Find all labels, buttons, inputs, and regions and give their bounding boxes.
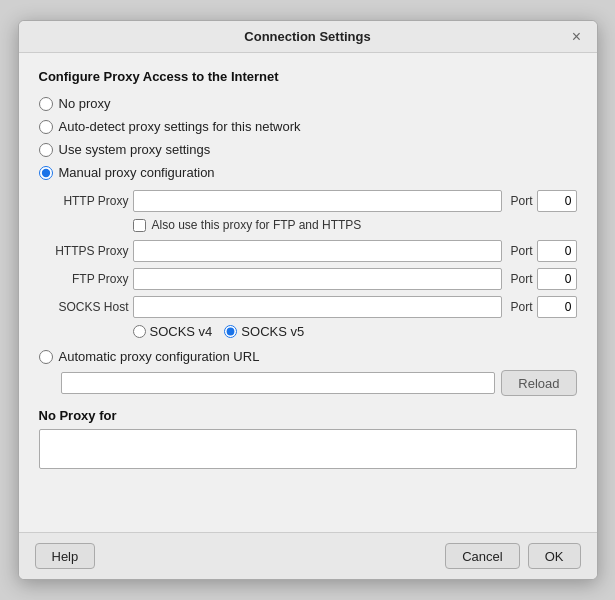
connection-settings-dialog: Connection Settings × Configure Proxy Ac…	[18, 20, 598, 580]
dialog-content: Configure Proxy Access to the Internet N…	[19, 53, 597, 532]
manual-proxy-radio[interactable]	[39, 166, 53, 180]
auto-proxy-label: Automatic proxy configuration URL	[59, 349, 260, 364]
http-proxy-row: HTTP Proxy Port	[49, 190, 577, 212]
http-proxy-input[interactable]	[133, 190, 503, 212]
socks-v5-radio[interactable]	[224, 325, 237, 338]
dialog-footer: Help Cancel OK	[19, 532, 597, 579]
https-port-label: Port	[510, 244, 532, 258]
no-proxy-section: No Proxy for	[39, 408, 577, 472]
also-use-checkbox-row: Also use this proxy for FTP and HTTPS	[133, 218, 577, 232]
socks-v5-label: SOCKS v5	[241, 324, 304, 339]
close-button[interactable]: ×	[569, 29, 585, 45]
cancel-button[interactable]: Cancel	[445, 543, 519, 569]
http-proxy-label: HTTP Proxy	[49, 194, 129, 208]
auto-proxy-radio[interactable]	[39, 350, 53, 364]
manual-proxy-option[interactable]: Manual proxy configuration	[39, 165, 577, 180]
socks-v4-option[interactable]: SOCKS v4	[133, 324, 213, 339]
socks-port-label: Port	[510, 300, 532, 314]
socks-v4-radio[interactable]	[133, 325, 146, 338]
https-port-input[interactable]	[537, 240, 577, 262]
https-proxy-row: HTTPS Proxy Port	[49, 240, 577, 262]
socks-host-input[interactable]	[133, 296, 503, 318]
auto-proxy-section: Automatic proxy configuration URL Reload	[39, 349, 577, 396]
socks-host-label: SOCKS Host	[49, 300, 129, 314]
ftp-proxy-row: FTP Proxy Port	[49, 268, 577, 290]
socks-v5-option[interactable]: SOCKS v5	[224, 324, 304, 339]
no-proxy-label: No proxy	[59, 96, 111, 111]
no-proxy-radio[interactable]	[39, 97, 53, 111]
ftp-proxy-input[interactable]	[133, 268, 503, 290]
auto-detect-radio[interactable]	[39, 120, 53, 134]
http-port-label: Port	[510, 194, 532, 208]
manual-proxy-section: HTTP Proxy Port Also use this proxy for …	[39, 190, 577, 339]
http-port-input[interactable]	[537, 190, 577, 212]
ftp-port-input[interactable]	[537, 268, 577, 290]
help-button[interactable]: Help	[35, 543, 96, 569]
auto-proxy-url-row: Reload	[39, 370, 577, 396]
title-bar: Connection Settings ×	[19, 21, 597, 53]
no-proxy-input[interactable]	[39, 429, 577, 469]
socks-version-row: SOCKS v4 SOCKS v5	[133, 324, 577, 339]
ok-button[interactable]: OK	[528, 543, 581, 569]
system-proxy-radio[interactable]	[39, 143, 53, 157]
proxy-radio-group: No proxy Auto-detect proxy settings for …	[39, 96, 577, 180]
https-proxy-input[interactable]	[133, 240, 503, 262]
https-proxy-label: HTTPS Proxy	[49, 244, 129, 258]
ftp-port-label: Port	[510, 272, 532, 286]
also-use-label: Also use this proxy for FTP and HTTPS	[152, 218, 362, 232]
footer-right-buttons: Cancel OK	[445, 543, 580, 569]
socks-host-row: SOCKS Host Port	[49, 296, 577, 318]
auto-proxy-option[interactable]: Automatic proxy configuration URL	[39, 349, 577, 364]
reload-button[interactable]: Reload	[501, 370, 576, 396]
also-use-checkbox[interactable]	[133, 219, 146, 232]
system-proxy-label: Use system proxy settings	[59, 142, 211, 157]
auto-detect-label: Auto-detect proxy settings for this netw…	[59, 119, 301, 134]
section-title: Configure Proxy Access to the Internet	[39, 69, 577, 84]
manual-proxy-label: Manual proxy configuration	[59, 165, 215, 180]
no-proxy-for-label: No Proxy for	[39, 408, 577, 423]
system-proxy-option[interactable]: Use system proxy settings	[39, 142, 577, 157]
auto-proxy-url-input[interactable]	[61, 372, 496, 394]
socks-v4-label: SOCKS v4	[150, 324, 213, 339]
socks-port-input[interactable]	[537, 296, 577, 318]
no-proxy-option[interactable]: No proxy	[39, 96, 577, 111]
auto-detect-option[interactable]: Auto-detect proxy settings for this netw…	[39, 119, 577, 134]
ftp-proxy-label: FTP Proxy	[49, 272, 129, 286]
dialog-title: Connection Settings	[244, 29, 370, 44]
